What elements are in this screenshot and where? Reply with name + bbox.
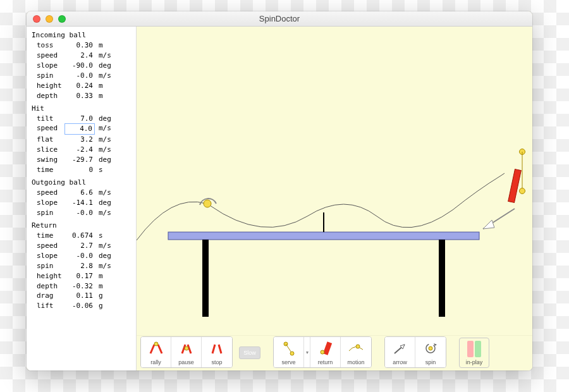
param-hit-time[interactable]: time0s [32,165,131,175]
close-icon[interactable] [33,15,40,23]
svg-line-17 [219,345,221,353]
param-return-height[interactable]: height0.17m [32,271,131,281]
svg-point-4 [204,200,211,207]
stop-button[interactable]: stop [202,337,232,367]
playback-group: rally pause stop [140,336,233,368]
svg-point-12 [154,342,158,346]
param-return-depth[interactable]: depth-0.32m [32,281,131,291]
param-incoming-height[interactable]: height0.24m [32,81,131,91]
svg-rect-2 [439,240,445,317]
toolbar: rally pause stop Slow se [137,335,532,371]
param-return-lift[interactable]: lift-0.06g [32,301,131,311]
zoom-icon[interactable] [58,15,66,23]
spin-button[interactable]: spin [415,337,446,367]
slow-button[interactable]: Slow [239,346,260,359]
param-hit-speed[interactable]: speed4.0m/s [32,123,131,135]
serve-button[interactable]: serve [274,337,304,367]
svg-marker-5 [483,220,494,229]
svg-point-15 [185,346,188,350]
param-outgoing-speed[interactable]: speed6.6m/s [32,188,131,198]
app-window: SpinDoctor Incoming ball toss0.30mspeed2… [27,11,532,371]
svg-rect-1 [202,240,209,317]
param-incoming-toss[interactable]: toss0.30m [32,40,131,51]
param-return-drag[interactable]: drag0.11g [32,291,131,301]
param-hit-tilt[interactable]: tilt7.0deg [32,114,131,124]
section-hit: Hit [32,104,131,114]
svg-point-20 [290,352,294,355]
param-hit-flat[interactable]: flat3.2m/s [32,135,131,145]
motion-button[interactable]: motion [341,337,371,367]
parameter-sidebar: Incoming ball toss0.30mspeed2.4m/sslope-… [27,27,137,371]
param-hit-swing[interactable]: swing-29.7deg [32,155,131,165]
section-incoming: Incoming ball [32,30,131,40]
param-incoming-speed[interactable]: speed2.4m/s [32,51,131,61]
svg-point-27 [429,346,432,350]
param-return-spin[interactable]: spin2.8m/s [32,261,131,271]
svg-point-23 [356,345,360,348]
serve-dropdown[interactable]: ▾ [304,337,310,367]
action-group: serve ▾ return motion [273,336,372,368]
param-return-slope[interactable]: slope-0.0deg [32,251,131,261]
return-button[interactable]: return [310,337,341,367]
pause-button[interactable]: pause [171,337,202,367]
param-return-speed[interactable]: speed2.7m/s [32,241,131,251]
svg-line-16 [212,345,215,353]
param-outgoing-spin[interactable]: spin-0.0m/s [32,208,131,218]
inplay-indicator: in-play [459,338,489,368]
minimize-icon[interactable] [46,15,53,23]
param-outgoing-slope[interactable]: slope-14.1deg [32,198,131,208]
svg-line-11 [158,345,162,353]
arrow-button[interactable]: arrow [385,337,415,367]
view-group: arrow spin [384,336,446,368]
param-hit-slice[interactable]: slice-2.4m/s [32,145,131,155]
titlebar: SpinDoctor [27,11,532,27]
simulation-canvas[interactable] [137,27,532,335]
section-return: Return [32,221,131,231]
svg-rect-6 [508,169,522,203]
section-outgoing: Outgoing ball [32,178,131,188]
svg-line-10 [150,345,154,353]
svg-rect-0 [168,232,479,240]
svg-point-9 [520,188,525,194]
window-title: SpinDoctor [27,14,532,23]
rally-button[interactable]: rally [141,337,171,367]
param-incoming-spin[interactable]: spin-0.0m/s [32,71,131,81]
param-incoming-depth[interactable]: depth0.33m [32,91,131,101]
param-return-time[interactable]: time0.674s [32,231,131,241]
svg-point-22 [321,350,324,354]
param-incoming-slope[interactable]: slope-90.0deg [32,61,131,71]
